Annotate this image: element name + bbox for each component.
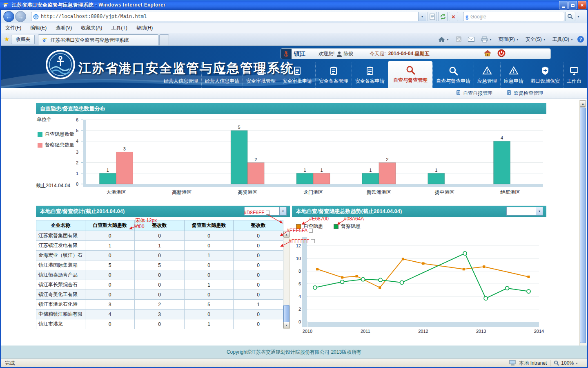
nav-item-safety-record-mgmt[interactable]: 安全备案管理 xyxy=(315,63,352,88)
user-name[interactable]: 陈俊 xyxy=(343,50,353,57)
scroll-up-icon[interactable]: ▲ xyxy=(580,100,586,107)
anchor-icon xyxy=(281,49,292,59)
search-box[interactable]: g Google xyxy=(463,12,564,21)
table-row[interactable]: 金海宏业（镇江）石0010 xyxy=(36,251,283,260)
compatibility-view-button[interactable] xyxy=(428,12,437,21)
submenu-item-selfcheck-report-mgmt[interactable]: 自查自报管理 xyxy=(456,90,492,97)
search-placeholder[interactable]: Google xyxy=(470,14,486,20)
svg-text:1: 1 xyxy=(76,171,78,176)
address-dropdown-button[interactable]: ▼ xyxy=(418,12,426,21)
svg-text:e: e xyxy=(4,2,7,9)
chevron-down-icon[interactable]: ▼ xyxy=(536,207,543,215)
feeds-button[interactable] xyxy=(453,35,464,44)
nav-item-emergency-mgmt[interactable]: 应急管理 xyxy=(474,63,500,88)
tab-active[interactable]: e 江苏省港口安全监管与应急管理系统 xyxy=(38,34,158,45)
window-titlebar[interactable]: e 江苏省港口安全监管与应急管理系统 - Windows Internet Ex… xyxy=(0,0,588,10)
nav-item-emergency-apply[interactable]: 应急申请 xyxy=(500,63,527,88)
maximize-button[interactable] xyxy=(568,1,577,9)
chevron-down-icon: ▼ xyxy=(516,38,519,41)
scroll-down-icon[interactable]: ▼ xyxy=(283,322,290,328)
bar-chart-panel: 012345613大港港区高新港区52高资港区11龙门港区12新民洲港区1扬中港… xyxy=(36,114,546,198)
page-footer: Copyright©江苏省交通规划设计院股份有限公司 2013版权所有 xyxy=(1,346,587,359)
svg-text:大港港区: 大港港区 xyxy=(106,189,126,195)
table-cell: 镇江市港龙石化港 xyxy=(36,300,85,310)
back-button[interactable]: ← xyxy=(3,11,14,22)
nav-item-safety-approval-mgmt[interactable]: 安全审批管理 xyxy=(243,63,279,88)
nav-item-port-facility-security[interactable]: 港口设施保安 xyxy=(527,63,563,88)
address-field[interactable]: http://localhost:8080/yjpt/Main.html ▼ xyxy=(31,12,426,21)
nav-item-safety-record-apply[interactable]: 安全备案申请 xyxy=(352,63,388,88)
table-row[interactable]: 镇江市港龙0010 xyxy=(36,319,283,329)
svg-text:3: 3 xyxy=(76,150,78,155)
table-row[interactable]: 江苏镇江发电有限1100 xyxy=(36,241,283,251)
nav-item-operator-info-apply[interactable]: 经营人信息申请 xyxy=(201,63,243,88)
stop-icon: × xyxy=(452,13,455,20)
chevron-down-icon[interactable]: ▼ xyxy=(279,207,286,215)
annotation-row-alt-bg: #EEF5FA xyxy=(287,228,313,233)
menu-favorites[interactable]: 收藏夹(A) xyxy=(76,23,107,33)
table-scroll-thumb[interactable] xyxy=(283,305,290,323)
print-button[interactable]: ▼ xyxy=(479,35,494,44)
read-mail-button[interactable] xyxy=(466,35,477,43)
security-menu-button[interactable]: 安全(S)▼ xyxy=(523,34,548,45)
tab-favicon-icon: e xyxy=(42,37,48,43)
asof-label: 截止2014.04.04 xyxy=(36,182,70,189)
search-dropdown-button[interactable]: ▼ xyxy=(575,12,581,21)
help-button[interactable]: ? xyxy=(577,36,584,43)
table-row[interactable]: 镇江市港龙石化港3251 xyxy=(36,300,283,310)
table-cell: 0 xyxy=(135,290,185,300)
chevron-down-icon: ▼ xyxy=(446,38,449,41)
refresh-button[interactable] xyxy=(438,12,448,21)
menu-view[interactable]: 查看(V) xyxy=(51,23,76,33)
table-row[interactable]: 镇江奇美化工有限0000 xyxy=(36,290,283,300)
new-tab-button[interactable] xyxy=(159,34,169,45)
nav-item-selfcheck-supervision-mgmt[interactable]: 自查与督查管理 xyxy=(388,61,432,88)
favorites-button[interactable]: 收藏夹 xyxy=(11,35,35,44)
table-row[interactable]: 镇江港国际集装箱5500 xyxy=(36,260,283,270)
table-row[interactable]: 镇江恒泰沥青产品0000 xyxy=(36,270,283,280)
minimize-button[interactable] xyxy=(559,1,568,9)
favorites-star-icon[interactable]: ★ xyxy=(4,36,9,43)
svg-text:龙门港区: 龙门港区 xyxy=(303,189,323,195)
forward-button[interactable]: → xyxy=(15,11,26,22)
svg-text:1: 1 xyxy=(435,168,437,173)
home-button[interactable]: ▼ xyxy=(436,35,452,44)
nav-item-selfcheck-supervision-apply[interactable]: 自查与督查申请 xyxy=(432,63,474,88)
page-menu-button[interactable]: 页面(P)▼ xyxy=(496,34,521,45)
table-row[interactable]: 江苏索普集团有限0000 xyxy=(36,231,283,241)
menu-edit[interactable]: 编辑(E) xyxy=(26,23,51,33)
annotation-font: 宋体 12px xyxy=(135,217,157,224)
document-icon xyxy=(456,90,461,96)
table-row[interactable]: 镇江李长荣综合石0010 xyxy=(36,280,283,290)
search-go-button[interactable] xyxy=(565,12,575,21)
nav-item-operator-info-mgmt[interactable]: 经营人信息管理 xyxy=(160,63,201,88)
logout-power-icon[interactable] xyxy=(497,49,506,58)
table-cell: 镇江港国际集装箱 xyxy=(36,260,85,270)
stop-button[interactable]: × xyxy=(449,12,458,21)
menu-tools[interactable]: 工具(T) xyxy=(107,23,131,33)
table-cell: 5 xyxy=(85,260,135,270)
page-scroll-thumb[interactable] xyxy=(580,108,586,343)
trend-filter-value[interactable] xyxy=(507,207,536,215)
trend-filter-select[interactable]: ▼ xyxy=(506,207,543,215)
table-cell: 0 xyxy=(234,260,283,270)
google-icon: g xyxy=(466,13,468,20)
submenu-item-supervision-inspection-mgmt[interactable]: 监督检查管理 xyxy=(506,90,543,97)
menu-help[interactable]: 帮助(H) xyxy=(132,23,158,33)
tools-menu-button[interactable]: 工具(O)▼ xyxy=(550,34,576,45)
svg-text:绝壁港区: 绝壁港区 xyxy=(500,189,520,195)
table-cell: 1 xyxy=(185,319,234,329)
table-scrollbar[interactable]: ▲ ▼ xyxy=(283,231,290,329)
table-row[interactable]: 中储粮镇江粮油有限4300 xyxy=(36,310,283,319)
nav-item-safety-approval-apply[interactable]: 安全审批申请 xyxy=(279,63,315,88)
zoom-control[interactable]: 100% ▼ xyxy=(554,360,578,366)
close-button[interactable]: × xyxy=(578,1,586,9)
page-scrollbar[interactable]: ▲ ▼ xyxy=(579,100,586,359)
menu-file[interactable]: 文件(F) xyxy=(1,23,26,33)
url-text[interactable]: http://localhost:8080/yjpt/Main.html xyxy=(41,14,418,20)
nav-item-workbench[interactable]: 工作台 xyxy=(563,63,585,88)
unit-label: 单位个 xyxy=(37,116,51,123)
table-cell: 0 xyxy=(234,241,283,251)
svg-text:2: 2 xyxy=(255,157,257,162)
home-shortcut-icon[interactable] xyxy=(483,49,492,58)
